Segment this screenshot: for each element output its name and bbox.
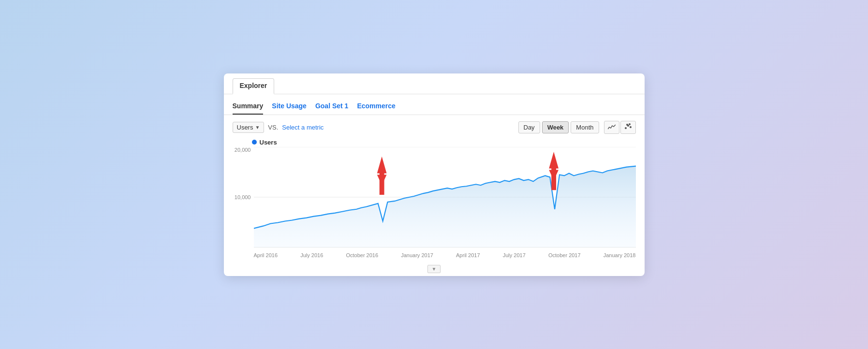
card-header: Explorer [224,73,645,94]
tab-goal-set-1[interactable]: Goal Set 1 [315,99,348,115]
y-label-0 [233,242,251,247]
select-metric-link[interactable]: Select a metric [282,124,324,131]
x-label-jan17: January 2017 [401,252,433,258]
chart-area: Users 20,000 10,000 [224,136,645,263]
svg-point-3 [626,124,628,126]
svg-marker-9 [377,174,386,185]
time-period-controls: Day Week Month [518,121,636,134]
vs-label: VS. [268,124,278,131]
chart-legend: Users [233,139,636,146]
x-label-jul17: July 2017 [503,252,526,258]
tab-ecommerce[interactable]: Ecommerce [357,99,395,115]
scatter-chart-button[interactable] [620,121,636,134]
x-label-jan18: January 2018 [603,252,636,258]
chart-type-buttons [604,121,636,134]
legend-dot [252,140,257,145]
dropdown-arrow-icon: ▼ [255,125,260,130]
chart-plot [254,147,636,247]
explorer-card: Explorer Summary Site Usage Goal Set 1 E… [224,73,645,276]
x-label-oct17: October 2017 [548,252,581,258]
chart-container: 20,000 10,000 [233,147,636,258]
scatter-chart-icon [624,123,632,130]
line-chart-icon [608,124,616,130]
chart-svg [254,147,636,247]
y-label-20k: 20,000 [233,147,251,153]
svg-point-0 [625,127,627,129]
x-label-jul16: July 2016 [300,252,323,258]
x-label-apr16: April 2016 [254,252,278,258]
nav-tabs: Summary Site Usage Goal Set 1 Ecommerce [224,94,645,115]
line-chart-button[interactable] [604,121,619,134]
explorer-tab[interactable]: Explorer [233,78,275,94]
legend-label: Users [260,139,277,146]
metric-label: Users [237,124,253,131]
chart-toolbar: Users ▼ VS. Select a metric Day Week Mon… [224,115,645,136]
y-axis: 20,000 10,000 [233,147,251,258]
day-button[interactable]: Day [518,121,540,133]
month-button[interactable]: Month [571,121,599,133]
x-label-oct16: October 2016 [346,252,378,258]
tab-site-usage[interactable]: Site Usage [272,99,307,115]
metric-dropdown[interactable]: Users ▼ [233,122,265,133]
tab-summary[interactable]: Summary [233,99,264,115]
x-axis: April 2016 July 2016 October 2016 Januar… [254,247,636,258]
x-label-apr17: April 2017 [456,252,480,258]
scroll-indicator: ▼ [224,263,645,276]
week-button[interactable]: Week [542,121,569,133]
scroll-down-button[interactable]: ▼ [427,265,441,273]
svg-point-4 [629,123,631,125]
y-label-10k: 10,000 [233,194,251,200]
metric-selector: Users ▼ VS. Select a metric [233,122,324,133]
svg-point-2 [630,126,632,128]
